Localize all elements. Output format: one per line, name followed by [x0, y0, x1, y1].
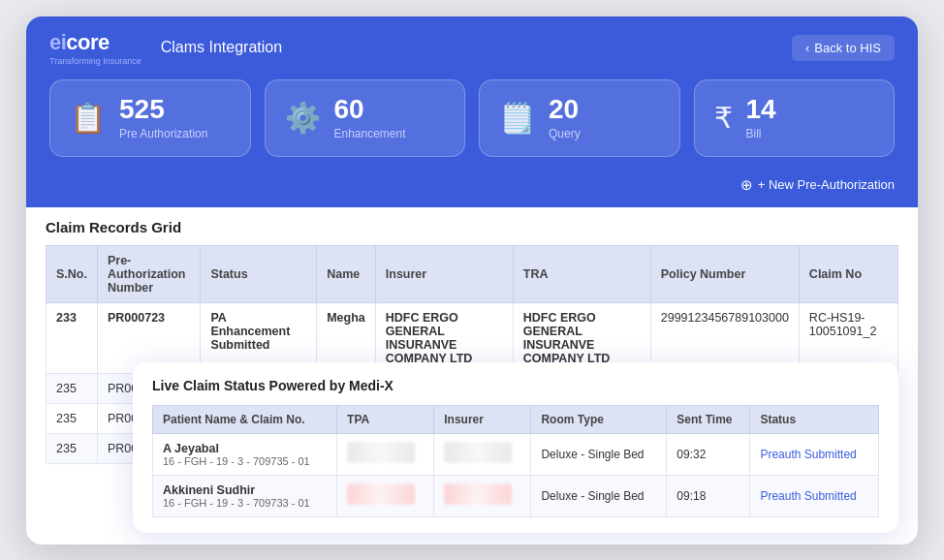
col-insurer: Insurer: [375, 245, 513, 302]
tpa-logo: [347, 442, 415, 463]
col-claimno: Claim No: [799, 245, 897, 302]
live-col-insurer: Insurer: [434, 405, 531, 433]
stats-area: 📋 525 Pre Authorization ⚙️ 60 Enhancemen…: [26, 79, 918, 176]
cell-sent: 09:18: [667, 475, 750, 516]
bill-icon: ₹: [714, 101, 733, 135]
cell-tpa: [337, 475, 434, 516]
insurer-logo: [444, 483, 512, 505]
live-col-sent: Sent Time: [667, 405, 750, 433]
enhancement-number: 60: [334, 96, 406, 123]
live-col-tpa: TPA: [337, 405, 434, 433]
stat-card-query[interactable]: 🗒️ 20 Query: [479, 79, 680, 157]
cell-sno: 235: [47, 433, 98, 463]
col-sno: S.No.: [47, 245, 98, 302]
query-label: Query: [549, 127, 581, 140]
cell-status: Preauth Submitted: [750, 475, 879, 516]
col-status: Status: [201, 245, 317, 302]
pre-auth-icon: 📋: [70, 101, 106, 135]
live-claim-title: Live Claim Status Powered by Medi-X: [152, 378, 879, 393]
new-preauth-area: ⊕ + New Pre-Authorization: [26, 176, 918, 207]
bill-label: Bill: [746, 127, 776, 140]
header: eicore Transforming Insurance Clams Inte…: [26, 16, 918, 79]
live-col-patient: Patient Name & Claim No.: [153, 405, 337, 433]
col-preauth: Pre-AuthorizationNumber: [97, 245, 200, 302]
cell-status: Preauth Submitted: [750, 433, 879, 475]
live-claim-panel: Live Claim Status Powered by Medi-X Pati…: [133, 362, 898, 533]
cell-tpa: [337, 433, 434, 475]
cell-room: Deluxe - Single Bed: [531, 475, 667, 516]
logo: eicore Transforming Insurance: [49, 30, 142, 66]
tpa-logo: [347, 483, 415, 505]
col-name: Name: [317, 245, 376, 302]
back-to-his-button[interactable]: ‹ Back to HIS: [792, 35, 895, 61]
plus-circle-icon: ⊕: [740, 176, 753, 194]
stat-card-bill[interactable]: ₹ 14 Bill: [694, 79, 896, 157]
enhancement-icon: ⚙️: [285, 101, 321, 135]
logo-tagline: Transforming Insurance: [49, 56, 142, 66]
live-col-room: Room Type: [531, 405, 667, 433]
logo-area: eicore Transforming Insurance Clams Inte…: [49, 30, 282, 66]
cell-insurer: [434, 433, 531, 475]
cell-sno: 235: [47, 373, 98, 403]
cell-patient: Akkineni Sudhir 16 - FGH - 19 - 3 - 7097…: [153, 475, 337, 516]
pre-auth-label: Pre Authorization: [119, 127, 207, 140]
cell-patient: A Jeyabal 16 - FGH - 19 - 3 - 709735 - 0…: [153, 433, 337, 475]
live-col-status: Status: [750, 405, 879, 433]
table-header-row: S.No. Pre-AuthorizationNumber Status Nam…: [47, 245, 898, 302]
pre-auth-number: 525: [119, 96, 207, 123]
live-table-header: Patient Name & Claim No. TPA Insurer Roo…: [153, 405, 879, 433]
cell-sno: 233: [47, 302, 98, 373]
section-title: Claim Records Grid: [46, 219, 898, 235]
cell-room: Deluxe - Single Bed: [531, 433, 667, 475]
live-claim-table: Patient Name & Claim No. TPA Insurer Roo…: [152, 405, 879, 517]
bill-number: 14: [746, 96, 776, 123]
col-tra: TRA: [513, 245, 650, 302]
live-table-row[interactable]: A Jeyabal 16 - FGH - 19 - 3 - 709735 - 0…: [153, 433, 879, 475]
query-number: 20: [549, 96, 581, 123]
cell-insurer: [434, 475, 531, 516]
insurer-logo: [444, 442, 512, 463]
cell-sent: 09:32: [667, 433, 750, 475]
chevron-left-icon: ‹: [805, 41, 809, 55]
enhancement-label: Enhancement: [334, 127, 406, 140]
col-policy: Policy Number: [650, 245, 799, 302]
new-preauth-button[interactable]: ⊕ + New Pre-Authorization: [740, 176, 895, 194]
query-icon: 🗒️: [499, 101, 535, 135]
cell-sno: 235: [47, 403, 98, 433]
app-title: Clams Integration: [161, 39, 282, 56]
stat-card-pre-auth[interactable]: 📋 525 Pre Authorization: [49, 79, 251, 157]
stat-card-enhancement[interactable]: ⚙️ 60 Enhancement: [265, 79, 466, 157]
live-table-row[interactable]: Akkineni Sudhir 16 - FGH - 19 - 3 - 7097…: [153, 475, 879, 516]
